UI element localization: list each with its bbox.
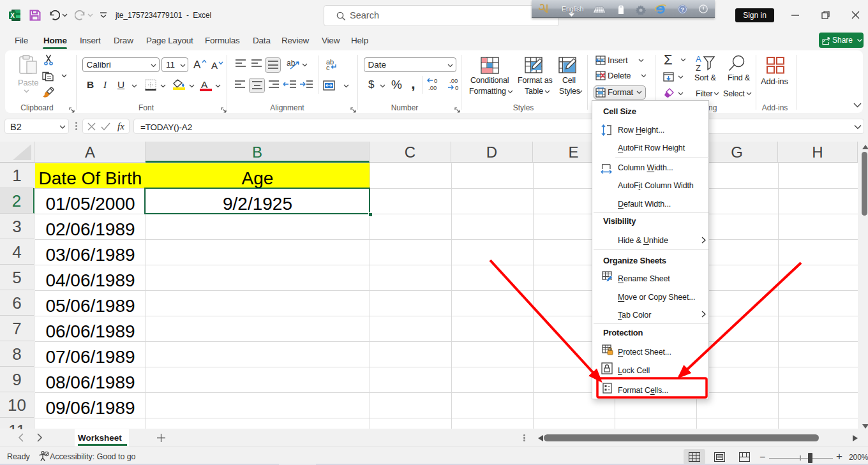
svg-text:.00: .00 — [449, 77, 458, 84]
svg-text:X: X — [10, 12, 15, 19]
svg-text:c: c — [326, 64, 330, 70]
svg-text:0: 0 — [455, 84, 458, 91]
svg-text:0: 0 — [434, 77, 437, 84]
svg-text:?: ? — [681, 6, 685, 13]
svg-text:A: A — [696, 55, 701, 64]
svg-text:.00: .00 — [428, 84, 437, 91]
svg-text:Z: Z — [696, 63, 701, 71]
